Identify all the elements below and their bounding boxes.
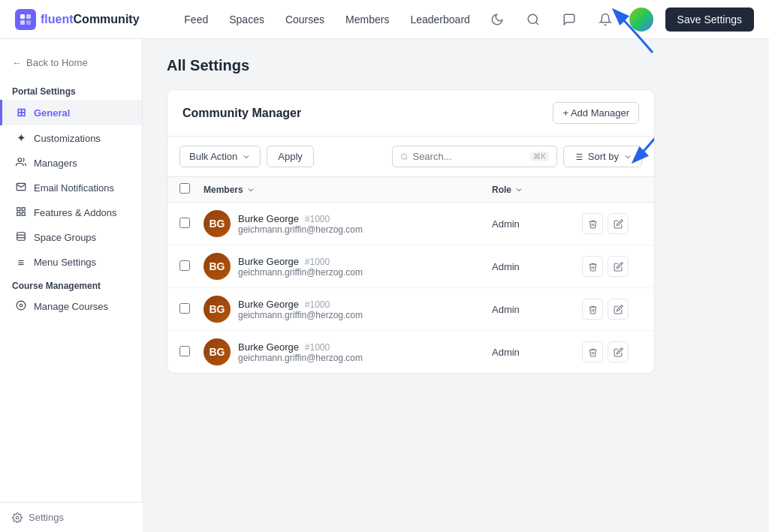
row-checkbox-1[interactable] xyxy=(179,260,190,271)
community-manager-card: Community Manager + Add Manager Bulk Act… xyxy=(167,89,655,374)
nav-spaces[interactable]: Spaces xyxy=(229,14,264,26)
search-input[interactable] xyxy=(412,151,526,162)
svg-point-7 xyxy=(18,158,22,162)
member-role-0: Admin xyxy=(492,218,582,230)
notifications-button[interactable] xyxy=(593,8,617,32)
member-details-3: Burke George #1000 geichmann.griffin@her… xyxy=(238,341,363,363)
course-management-section: Course Management xyxy=(0,275,142,294)
save-settings-button[interactable]: Save Settings xyxy=(665,8,754,32)
logo[interactable]: fluentCommunity xyxy=(15,9,140,30)
apply-button[interactable]: Apply xyxy=(267,146,314,167)
table-row: BG Burke George #1000 geichmann.griffin@… xyxy=(167,245,654,288)
member-details-2: Burke George #1000 geichmann.griffin@her… xyxy=(238,298,363,320)
trash-icon xyxy=(588,347,598,357)
sidebar-item-menu-settings[interactable]: ≡ Menu Settings xyxy=(0,250,142,275)
svg-rect-11 xyxy=(17,212,20,215)
sort-by-button[interactable]: Sort by xyxy=(563,146,642,167)
page-title: All Settings xyxy=(167,57,745,74)
settings-label: Settings xyxy=(29,512,64,523)
sidebar-item-customizations-label: Customizations xyxy=(34,133,101,144)
role-col-header: Role xyxy=(492,183,582,196)
settings-bottom-item[interactable]: Settings xyxy=(12,512,131,523)
row-checkbox-0[interactable] xyxy=(179,218,190,228)
user-avatar[interactable] xyxy=(629,8,653,32)
topnav-actions: Save Settings xyxy=(485,8,754,32)
member-info-2: BG Burke George #1000 geichmann.griffin@… xyxy=(204,296,492,323)
toolbar: Bulk Action Apply ⌘K xyxy=(167,137,654,177)
add-manager-label: + Add Manager xyxy=(562,107,629,119)
sort-chevron-icon xyxy=(623,152,632,161)
member-info-1: BG Burke George #1000 geichmann.griffin@… xyxy=(204,253,492,280)
search-button[interactable] xyxy=(521,8,545,32)
sidebar-item-space-groups[interactable]: Space Groups xyxy=(0,225,142,250)
sidebar-item-features[interactable]: Features & Addons xyxy=(0,200,142,225)
delete-button-0[interactable] xyxy=(582,213,603,234)
edit-button-3[interactable] xyxy=(608,341,629,362)
row-checkbox-cell xyxy=(179,218,204,230)
nav-leaderboard[interactable]: Leaderboard xyxy=(410,14,469,26)
back-to-home[interactable]: ← Back to Home xyxy=(0,51,142,74)
delete-button-1[interactable] xyxy=(582,256,603,277)
edit-button-1[interactable] xyxy=(608,256,629,277)
table-row: BG Burke George #1000 geichmann.griffin@… xyxy=(167,203,654,245)
sort-icon xyxy=(573,152,584,162)
table-header: Members Role xyxy=(167,177,654,203)
svg-line-19 xyxy=(406,158,407,160)
svg-point-4 xyxy=(528,14,537,23)
edit-icon xyxy=(614,262,623,272)
edit-icon xyxy=(614,219,623,229)
edit-icon xyxy=(614,305,623,314)
members-sort-icon xyxy=(246,185,255,194)
nav-courses[interactable]: Courses xyxy=(285,14,324,26)
space-groups-icon xyxy=(14,231,28,244)
sidebar-item-customizations[interactable]: ✦ Customizations xyxy=(0,125,142,151)
member-name-2: Burke George #1000 xyxy=(238,298,363,310)
layout: ← Back to Home Portal Settings ⊞ General… xyxy=(0,39,769,532)
nav-members[interactable]: Members xyxy=(345,14,389,26)
sidebar-item-managers[interactable]: Managers xyxy=(0,151,142,176)
chevron-down-icon xyxy=(242,152,251,161)
nav-feed[interactable]: Feed xyxy=(184,14,208,26)
members-col-header: Members xyxy=(204,183,492,196)
delete-button-3[interactable] xyxy=(582,341,603,362)
theme-toggle-button[interactable] xyxy=(485,8,509,32)
edit-button-0[interactable] xyxy=(608,213,629,234)
member-role-1: Admin xyxy=(492,261,582,272)
member-details-1: Burke George #1000 geichmann.griffin@her… xyxy=(238,255,363,278)
member-details-0: Burke George #1000 geichmann.griffin@her… xyxy=(238,212,363,235)
sidebar-item-menu-label: Menu Settings xyxy=(34,257,96,268)
courses-icon xyxy=(14,300,28,313)
sidebar-item-manage-courses[interactable]: Manage Courses xyxy=(0,294,142,319)
member-name-3: Burke George #1000 xyxy=(238,341,363,353)
select-all-checkbox[interactable] xyxy=(179,183,190,194)
member-name-0: Burke George #1000 xyxy=(238,212,363,224)
sidebar-item-general[interactable]: ⊞ General xyxy=(0,100,142,125)
card-title: Community Manager xyxy=(182,107,301,120)
trash-icon xyxy=(588,262,598,272)
topnav: fluentCommunity Feed Spaces Courses Memb… xyxy=(0,0,769,39)
edit-button-2[interactable] xyxy=(608,299,629,320)
search-shortcut: ⌘K xyxy=(530,152,549,161)
sort-by-label: Sort by xyxy=(588,151,619,162)
delete-button-2[interactable] xyxy=(582,299,603,320)
table-row: BG Burke George #1000 geichmann.griffin@… xyxy=(167,288,654,331)
member-email-2: geichmann.griffin@herzog.com xyxy=(238,310,363,320)
settings-icon xyxy=(12,512,23,523)
chat-button[interactable] xyxy=(557,8,581,32)
row-actions-2 xyxy=(582,299,642,320)
svg-rect-2 xyxy=(20,20,25,25)
member-role-3: Admin xyxy=(492,347,582,358)
svg-rect-12 xyxy=(17,233,26,241)
member-avatar-3: BG xyxy=(204,338,231,365)
svg-line-5 xyxy=(535,22,538,24)
sidebar-item-email-notifications[interactable]: Email Notifications xyxy=(0,176,142,200)
row-checkbox-3[interactable] xyxy=(179,346,190,356)
svg-point-17 xyxy=(16,516,19,519)
menu-icon: ≡ xyxy=(14,256,28,269)
table-row: BG Burke George #1000 geichmann.griffin@… xyxy=(167,331,654,373)
add-manager-button[interactable]: + Add Manager xyxy=(553,102,639,124)
table-body: BG Burke George #1000 geichmann.griffin@… xyxy=(167,203,654,373)
bulk-action-button[interactable]: Bulk Action xyxy=(179,146,261,167)
sidebar-item-managers-label: Managers xyxy=(34,158,77,169)
row-checkbox-2[interactable] xyxy=(179,303,190,314)
